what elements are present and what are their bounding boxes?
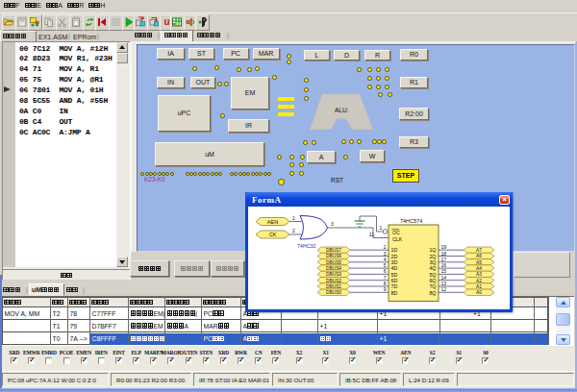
svg-text:14: 14 [441,275,447,281]
svg-text:CK: CK [269,232,277,237]
svg-text:9: 9 [384,286,387,292]
svg-text:11: 11 [369,232,374,237]
svg-text:OC: OC [392,230,400,235]
svg-text:5Q: 5Q [429,272,436,278]
svg-text:A4: A4 [476,266,482,271]
svg-text:DBUS3: DBUS3 [326,272,341,277]
svg-text:3: 3 [331,221,334,227]
svg-text:12: 12 [441,286,447,292]
svg-text:A0: A0 [476,290,482,295]
svg-text:A2: A2 [476,279,482,283]
svg-text:2: 2 [384,244,387,250]
svg-text:AEN: AEN [267,219,278,225]
svg-text:A6: A6 [476,254,482,258]
svg-text:7Q: 7Q [429,283,436,289]
svg-text:DBUS5: DBUS5 [326,260,341,265]
svg-text:7: 7 [384,275,387,281]
svg-text:13: 13 [441,281,447,286]
svg-text:74HC574: 74HC574 [400,218,422,224]
svg-text:8D: 8D [391,290,398,296]
svg-text:A3: A3 [476,272,482,277]
svg-text:DBUS1: DBUS1 [326,284,341,289]
svg-text:3Q: 3Q [429,259,436,265]
svg-text:19: 19 [441,244,447,250]
svg-text:4: 4 [384,257,387,262]
svg-text:DBUS7: DBUS7 [326,248,341,253]
svg-text:15: 15 [441,268,447,274]
svg-text:A5: A5 [476,260,482,265]
svg-text:3: 3 [384,251,387,257]
svg-text:A1: A1 [476,284,482,289]
svg-text:DBUS6: DBUS6 [326,254,341,258]
svg-text:4D: 4D [391,265,398,271]
svg-text:5: 5 [384,262,387,268]
svg-text:4Q: 4Q [429,265,436,271]
svg-text:A7: A7 [476,248,482,253]
svg-text:3D: 3D [391,259,398,265]
svg-text:6D: 6D [391,278,398,283]
svg-text:2D: 2D [391,254,398,259]
svg-text:1: 1 [292,215,295,221]
svg-text:7D: 7D [391,283,398,289]
svg-text:2: 2 [292,228,295,233]
svg-text:DBUS2: DBUS2 [326,279,341,283]
svg-text:8: 8 [384,281,387,286]
svg-text:6: 6 [384,268,387,274]
svg-text:16: 16 [441,262,447,268]
svg-text:8Q: 8Q [429,290,436,296]
svg-text:5D: 5D [391,272,398,278]
svg-text:6Q: 6Q [429,278,436,283]
svg-text:DBUS0: DBUS0 [326,290,341,295]
svg-text:17: 17 [441,257,447,262]
svg-text:74HC32: 74HC32 [297,243,315,249]
svg-text:1D: 1D [391,247,398,253]
svg-text:2Q: 2Q [429,254,436,259]
svg-text:18: 18 [441,251,447,257]
svg-text:DBUS4: DBUS4 [326,266,341,271]
svg-text:1: 1 [380,225,383,231]
svg-text:CLK: CLK [392,236,403,242]
svg-text:1Q: 1Q [429,247,436,253]
